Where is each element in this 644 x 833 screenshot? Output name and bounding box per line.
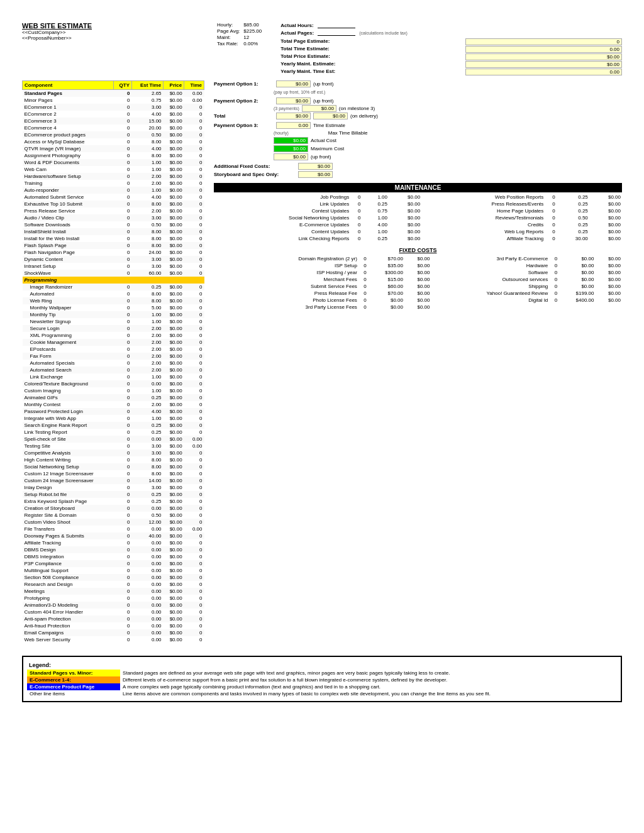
maint-est: 0.25 [557, 194, 589, 201]
comp-name: Meetings [23, 588, 114, 595]
maint-price: $0.00 [589, 207, 622, 214]
comp-time: 0.00 [184, 90, 204, 97]
yearly-maint-time-label: Yearly Maint. Time Est: [280, 69, 460, 75]
comp-est: 3.00 [132, 214, 164, 221]
maint-name: Link Checking Reports [214, 235, 350, 242]
comp-qty: 0 [113, 201, 131, 207]
comp-qty: 0 [113, 373, 131, 380]
comp-name: Custom Video Shoot [23, 519, 114, 526]
comp-price: $0.00 [164, 263, 184, 270]
comp-est: 14.00 [132, 477, 164, 484]
comp-price: $0.00 [164, 256, 184, 263]
comp-price: $0.00 [164, 401, 184, 408]
comp-name: XML Programming [23, 332, 114, 339]
comp-qty: 0 [113, 284, 131, 290]
fixed-price: $70.00 [368, 255, 404, 262]
comp-time: 0 [184, 214, 204, 221]
comp-price: $0.00 [164, 512, 184, 519]
comp-time: 0 [184, 463, 204, 470]
comp-price: $0.00 [164, 159, 184, 166]
comp-name: Password Protected Login [23, 408, 114, 415]
maint-price: $0.00 [389, 214, 421, 221]
comp-est: 0.00 [132, 539, 164, 546]
comp-est: 2.00 [132, 401, 164, 408]
total-price-est-val: $0.00 [465, 53, 622, 60]
fixed-price: $400.00 [558, 297, 595, 304]
comp-name: Training [23, 180, 114, 187]
comp-time: 0 [184, 360, 204, 367]
fixed-qty: 0 [358, 290, 368, 297]
comp-name: Flash Navigation Page [23, 249, 114, 256]
comp-est: 2.00 [132, 173, 164, 180]
additional-fixed-label: Additional Fixed Costs: [214, 163, 296, 169]
maint-price: $0.00 [589, 214, 622, 221]
comp-est: 0.00 [132, 595, 164, 602]
maint-qty: 0 [545, 214, 556, 221]
fixed-price: $0.00 [558, 269, 595, 276]
maint-name: Social Networking Updates [214, 214, 350, 221]
tax-label: Tax Rate: [217, 41, 240, 47]
comp-name: Monthly Tip [23, 311, 114, 318]
comp-time: 0 [184, 249, 204, 256]
comp-time: 0 [184, 636, 204, 643]
comp-price: $0.00 [164, 622, 184, 629]
comp-price: $0.00 [164, 443, 184, 450]
comp-price: $0.00 [164, 353, 184, 360]
maint-est: 1.00 [362, 214, 388, 221]
comp-time: 0 [184, 221, 204, 228]
comp-price: $0.00 [164, 422, 184, 429]
fixed-name: Yahoo! Guaranteed Review [436, 290, 549, 297]
fixed-name: 3rd Party License Fees [214, 304, 358, 311]
pmt-opt1-label: Payment Option 1: [214, 81, 274, 87]
comp-price: $0.00 [164, 194, 184, 201]
fixed-price: $0.00 [558, 283, 595, 290]
comp-price: $0.00 [164, 408, 184, 415]
comp-est: 0.00 [132, 560, 164, 567]
comp-qty: 0 [113, 194, 131, 201]
total-time-est-label: Total Time Estimate: [280, 46, 460, 53]
comp-est: 0.00 [132, 574, 164, 581]
comp-qty: 0 [113, 256, 131, 263]
comp-name: ECommerce 1 [23, 104, 114, 111]
comp-time: 0.00 [184, 526, 204, 532]
comp-price: $0.00 [164, 221, 184, 228]
maint-est: 0.25 [557, 201, 589, 207]
comp-qty: 0 [113, 456, 131, 463]
comp-price: $0.00 [164, 187, 184, 194]
comp-price: $0.00 [164, 124, 184, 131]
comp-est: 3.00 [132, 104, 164, 111]
comp-qty: 0 [113, 498, 131, 505]
pmt-opt2-val3: $0.00 [313, 113, 348, 119]
comp-name: Minor Pages [23, 97, 114, 104]
comp-qty: 0 [113, 297, 131, 304]
comp-est: 2.00 [132, 360, 164, 367]
comp-time: 0 [184, 394, 204, 401]
fixed-price: $0.00 [368, 304, 404, 311]
maint-name: Web Log Reports [426, 228, 545, 235]
yearly-maint-label: Yearly Maint. Estimate: [280, 61, 460, 68]
comp-qty: 0 [113, 615, 131, 622]
comp-price: $0.00 [164, 574, 184, 581]
comp-price: $0.00 [164, 470, 184, 477]
comp-time: 0 [184, 194, 204, 201]
additional-fixed-val: $0.00 [298, 163, 333, 170]
comp-est: 1.00 [132, 187, 164, 194]
comp-name: Doorway Pages & Submits [23, 532, 114, 539]
comp-price: $0.00 [164, 249, 184, 256]
pmt-opt1-note2: (pay up front, 10% off est.) [274, 90, 325, 94]
comp-qty: 0 [113, 228, 131, 235]
comp-est: 0.50 [132, 131, 164, 138]
fixed-qty: 0 [549, 269, 558, 276]
comp-price: $0.00 [164, 629, 184, 636]
comp-name: Exhaustive Top 10 Submit [23, 201, 114, 207]
comp-qty: 0 [113, 436, 131, 443]
maint-name: Web Position Reports [426, 194, 545, 201]
comp-time: 0 [184, 415, 204, 422]
fixed-name: Shipping [436, 283, 549, 290]
comp-qty: 0 [113, 97, 131, 104]
comp-qty: 0 [113, 429, 131, 436]
comp-name: Press Release Service [23, 207, 114, 214]
comp-qty: 0 [113, 263, 131, 270]
comp-time: 0 [184, 609, 204, 615]
comp-name: Auto-responder [23, 187, 114, 194]
